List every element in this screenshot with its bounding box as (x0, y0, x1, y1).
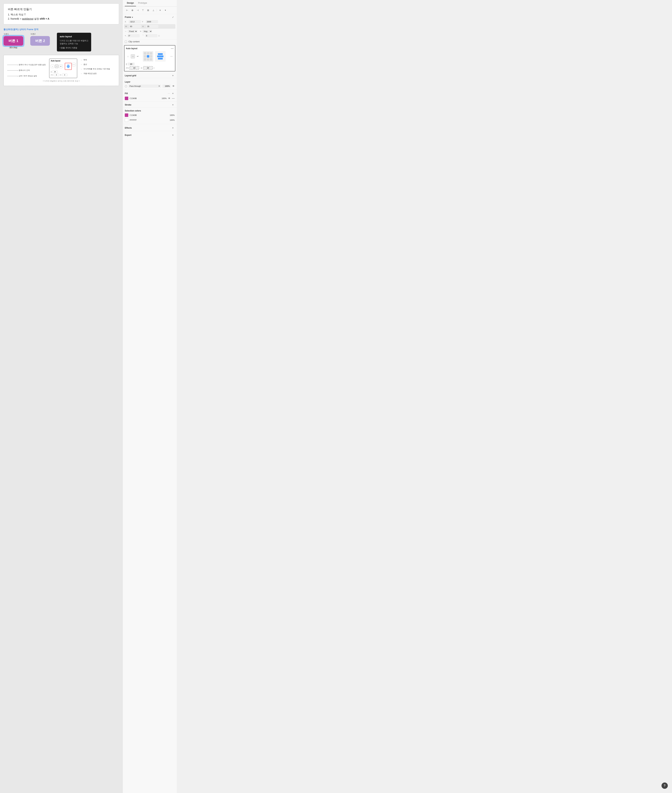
grid-dot-br[interactable] (150, 58, 152, 61)
distribute-btn[interactable]: ≡ (158, 8, 162, 13)
frame-resize-icon[interactable]: ⤢ (171, 15, 174, 19)
al-padding-h-input[interactable] (130, 66, 139, 70)
buttons-row: 버튼1 버튼 1 60 × Hug 버튼2 버튼 2 auto layout (3, 33, 119, 52)
wh-row: W H (124, 24, 175, 29)
al-spacing-row: ][ (126, 63, 174, 66)
rotation-input[interactable] (127, 34, 140, 37)
auto-layout-remove-btn[interactable]: — (171, 47, 174, 50)
al-spacing-icon: ][ (126, 63, 127, 65)
instruction-box: 버튼 빠르게 만들기 1. 텍스트 작성 T 2. frame화 + autol… (3, 3, 119, 24)
al-padding-v-icon: 프 (141, 67, 142, 69)
height-constraint-select[interactable]: Hug Fixed Fill (142, 30, 152, 33)
grid-dot-bl[interactable] (144, 58, 146, 61)
fill-dots-btn[interactable]: ··· (168, 92, 170, 95)
layer-opacity-input[interactable] (162, 85, 171, 88)
stroke-add-btn[interactable]: + (171, 103, 174, 107)
corner-individual-btn[interactable]: □ (158, 35, 160, 37)
align-left-btn[interactable]: ⊢ (125, 8, 129, 13)
export-header: Export + (123, 132, 177, 137)
tab-design[interactable]: Design (125, 0, 136, 6)
al-direction-right-btn[interactable]: → (131, 54, 135, 58)
al-more-options-btn[interactable]: ··· (72, 63, 75, 66)
grid-dot-bm[interactable] (147, 58, 149, 61)
grid-dot-mm[interactable] (147, 55, 149, 58)
sel-color-swatch-1[interactable] (125, 114, 128, 117)
selection-handle-tr (23, 35, 24, 37)
al-right-btn[interactable]: → (55, 65, 58, 68)
align-right-btn[interactable]: ⊣ (135, 8, 140, 13)
layout-grid-add-btn[interactable]: + (171, 74, 174, 77)
fill-opacity-value: 100% (160, 97, 166, 99)
layer-blend-select[interactable]: Pass through ▼ (128, 85, 161, 88)
al-more-btn[interactable]: ··· (170, 54, 174, 58)
diagram-right-options: ← 옵션 (81, 63, 110, 66)
fill-add-btn[interactable]: + (171, 92, 174, 95)
y-input[interactable] (146, 20, 158, 23)
al-direction-down-btn[interactable]: ↓ (126, 54, 130, 58)
w-input[interactable] (129, 25, 141, 28)
layout-grid-section: Layout grid + (123, 72, 177, 78)
tooltip-bullet: • 정렬: 9가지 기준점 (60, 46, 88, 50)
al-padding-v-input[interactable] (143, 66, 153, 70)
frame-title[interactable]: Frame ∨ (125, 16, 133, 18)
align-center-h-btn[interactable]: ⊕ (130, 8, 134, 13)
auto-layout-align-grid (143, 51, 153, 62)
al-individual-padding-btn[interactable]: □ (154, 67, 155, 69)
btn1-button[interactable]: 버튼 1 (3, 36, 23, 46)
btn2-label: 버튼2 (30, 33, 35, 35)
effects-title: Effects (125, 127, 132, 129)
xy-row: X Y (123, 19, 177, 24)
layer-visibility-btn[interactable]: 👁 (172, 85, 174, 88)
fill-section: Fill ··· + C13A9B 100% 👁 — (123, 90, 177, 102)
fill-title: Fill (125, 92, 128, 95)
preview-bar-2 (157, 56, 163, 57)
al-preview-red (65, 63, 72, 70)
frame-region-label: 활성화된(클릭) 상태의 Frame 영역 (3, 28, 119, 31)
align-bottom-btn[interactable]: ⊥ (151, 8, 155, 13)
btn2-button[interactable]: 버튼 2 (30, 36, 50, 46)
al-pad-h-input-diagram[interactable] (54, 74, 59, 76)
clip-content-checkbox[interactable] (125, 41, 127, 43)
sel-color-hex-2: FFFFFF (130, 119, 167, 121)
grid-dot-tl[interactable] (144, 52, 146, 54)
auto-layout-section: Auto layout — ↓ → ↩ (124, 45, 175, 71)
corner-radius-input[interactable] (145, 34, 157, 37)
width-constraint-select[interactable]: Fixed Hug Fill (128, 30, 138, 33)
al-pad-v-input-diagram[interactable] (62, 74, 67, 76)
al-direction-wrap-btn[interactable]: ↩ (136, 54, 140, 58)
grid-dot-mr[interactable] (150, 55, 152, 58)
diagram-right-labels: ← 해제 ← 옵션 ← 자식객체를 부모 프레임 기준 배열 ← 개별 패딩값 … (81, 59, 110, 75)
rotation-row: ↖ ⌒ □ (123, 34, 177, 38)
align-center-v-btn[interactable]: ⊞ (146, 8, 150, 13)
fill-color-swatch[interactable] (125, 97, 128, 100)
align-top-btn[interactable]: ⊤ (141, 8, 145, 13)
al-wrap-btn[interactable]: ↩ (59, 65, 62, 68)
h-input[interactable] (146, 25, 158, 28)
export-add-btn[interactable]: + (171, 133, 174, 137)
effects-add-btn[interactable]: + (171, 126, 174, 130)
tab-prototype[interactable]: Prototype (136, 0, 149, 6)
align-more-btn[interactable]: ▼ (163, 8, 168, 13)
effects-section: Effects + (123, 124, 177, 131)
fill-remove-btn[interactable]: — (172, 97, 174, 100)
align-divider (157, 9, 157, 11)
fill-visibility-btn[interactable]: 👁 (168, 97, 170, 100)
panel-tabs: Design Prototype (123, 0, 177, 6)
grid-dot-ml[interactable] (144, 55, 146, 58)
layer-title: Layer (125, 81, 130, 83)
instruction-line1: 1. 텍스트 작성 T (8, 13, 115, 17)
grid-dot-tm[interactable] (147, 52, 149, 54)
al-down-btn[interactable]: ↓ (51, 65, 54, 68)
layout-grid-title: Layout grid (125, 74, 136, 77)
btn1-label: 버튼1 (3, 33, 9, 35)
tooltip-box: auto layout 디자인 요소를 자동으로 배열하고정렬하는 강력한 기능… (57, 33, 91, 52)
layer-row: ◯ Pass through ▼ 👁 (123, 84, 177, 88)
sel-color-swatch-2[interactable] (125, 118, 128, 122)
clip-content-label: Clip content (128, 40, 139, 43)
grid-dot-tr[interactable] (150, 52, 152, 54)
al-spacing-input[interactable] (128, 63, 134, 66)
al-spacing-input-diagram[interactable] (52, 70, 58, 73)
x-input[interactable] (129, 20, 141, 23)
fill-hex-value: C13A9B (130, 97, 159, 99)
instruction-line2: 2. frame화 + autolayout 설정 shfit + A (8, 17, 115, 21)
